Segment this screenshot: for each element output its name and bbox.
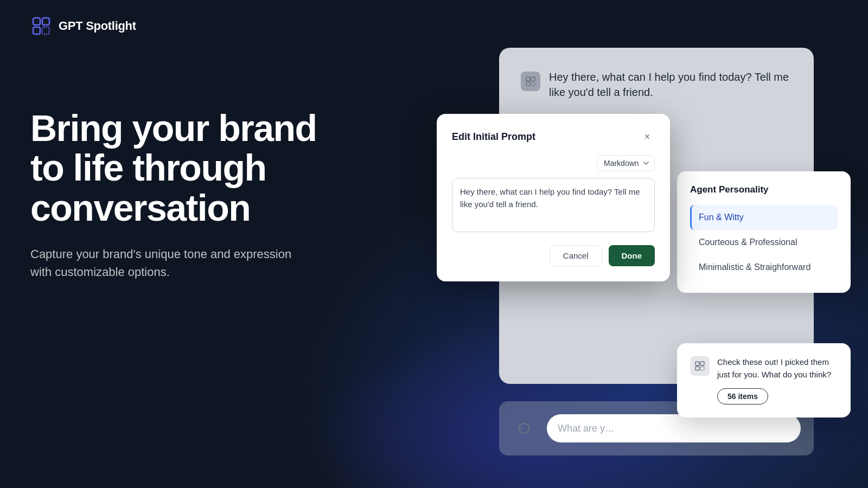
items-badge[interactable]: 56 items	[717, 388, 768, 404]
svg-rect-8	[695, 362, 699, 365]
svg-rect-5	[531, 77, 535, 81]
personality-item-fun-witty[interactable]: Fun & Witty	[690, 205, 838, 230]
page-content: GPT Spotlight Bring your brandto life th…	[0, 0, 868, 488]
personality-title: Agent Personality	[690, 184, 838, 195]
svg-rect-10	[695, 367, 699, 370]
logo-text: GPT Spotlight	[59, 19, 136, 33]
bottom-chat-content: Check these out! I picked them just for …	[717, 356, 838, 404]
svg-rect-3	[42, 27, 49, 34]
svg-rect-0	[33, 18, 40, 25]
headline: Bring your brandto life throughconversat…	[30, 108, 317, 228]
bottom-chat-inner: Check these out! I picked them just for …	[690, 356, 838, 404]
bottom-chat-icon	[690, 356, 710, 376]
bg-input-field: What are y…	[547, 414, 801, 442]
prompt-textarea[interactable]: Hey there, what can I help you find toda…	[452, 178, 655, 232]
chat-icon-bg	[521, 72, 540, 91]
bottom-chat-message: Check these out! I picked them just for …	[717, 356, 838, 381]
modal-header: Edit Initial Prompt ×	[452, 129, 655, 144]
cancel-button[interactable]: Cancel	[550, 245, 602, 266]
svg-rect-7	[531, 82, 535, 86]
format-select[interactable]: Markdown	[597, 155, 655, 171]
edit-prompt-modal: Edit Initial Prompt × Markdown Hey there…	[437, 114, 670, 281]
personality-item-courteous[interactable]: Courteous & Professional	[690, 230, 838, 255]
svg-rect-11	[700, 367, 704, 370]
svg-rect-2	[33, 27, 40, 34]
personality-card: Agent Personality Fun & Witty Courteous …	[677, 171, 851, 293]
modal-actions: Cancel Done	[452, 245, 655, 266]
left-content: Bring your brandto life throughconversat…	[30, 108, 317, 281]
svg-rect-1	[42, 18, 49, 25]
refresh-icon	[512, 416, 536, 440]
bottom-chat-card: Check these out! I picked them just for …	[677, 343, 851, 418]
bg-input-text: What are y…	[558, 423, 615, 434]
done-button[interactable]: Done	[609, 245, 655, 266]
modal-select-wrap: Markdown	[452, 155, 655, 171]
modal-close-button[interactable]: ×	[640, 129, 655, 144]
right-panels: Hey there, what can I help you find toda…	[423, 0, 868, 488]
logo-icon	[30, 15, 52, 37]
subtext: Capture your brand's unique tone and exp…	[30, 245, 302, 281]
svg-rect-9	[700, 362, 704, 365]
svg-rect-6	[526, 82, 530, 86]
svg-rect-4	[526, 77, 530, 81]
bg-chat-message: Hey there, what can I help you find toda…	[549, 69, 792, 100]
personality-item-minimalistic[interactable]: Minimalistic & Straighforward	[690, 255, 838, 280]
bg-chat-top: Hey there, what can I help you find toda…	[499, 48, 814, 100]
modal-title: Edit Initial Prompt	[452, 131, 535, 143]
